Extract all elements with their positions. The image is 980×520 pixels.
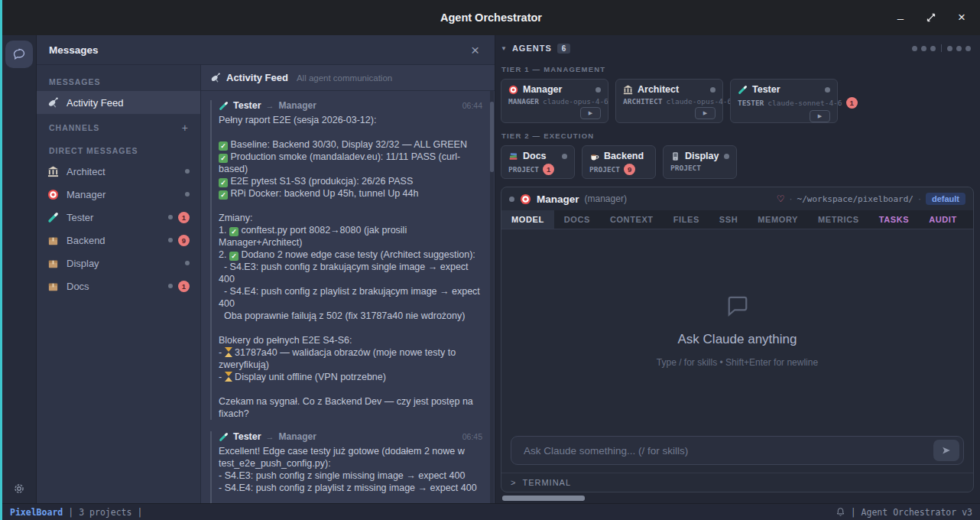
- run-agent-button[interactable]: ▶: [695, 107, 716, 119]
- agent-card-name: Backend: [604, 151, 644, 161]
- satellite-icon: [47, 97, 59, 109]
- close-button[interactable]: ×: [951, 8, 972, 28]
- prompt-input-box: [511, 436, 964, 465]
- sidebar-item-docs[interactable]: Docs1: [37, 275, 200, 297]
- agents-header[interactable]: ▼ AGENTS 6: [501, 40, 974, 57]
- dm-section-label: DIRECT MESSAGES: [37, 138, 200, 160]
- channels-section-label: CHANNELS +: [37, 114, 200, 138]
- sidebar-item-manager[interactable]: Manager: [37, 183, 200, 206]
- sidebar-item-label: Display: [67, 258, 99, 269]
- feed-subtitle: All agent communication: [297, 73, 392, 83]
- arrow-icon: →: [266, 101, 274, 110]
- activity-feed: Activity Feed All agent communication Te…: [201, 65, 495, 503]
- messages-panel-header: Messages ×: [37, 35, 495, 65]
- presence-dot: [168, 238, 173, 242]
- sidebar-item-label: Docs: [67, 281, 89, 292]
- unread-badge: 9: [178, 235, 190, 246]
- agent-card-model: claude-opus-4-6: [666, 97, 732, 106]
- activity-rail: [2, 35, 37, 503]
- message-body: Pełny raport E2E (sesja 2026-03-12): ✓ B…: [219, 114, 482, 420]
- sidebar-item-label: Tester: [67, 212, 93, 223]
- presence-dot: [185, 192, 190, 197]
- agent-card-display[interactable]: DisplayPROJECT: [663, 145, 737, 179]
- terminal-label: TERMINAL: [522, 478, 571, 487]
- agents-count-badge: 6: [557, 44, 571, 54]
- tab-memory[interactable]: MEMORY: [748, 210, 808, 229]
- agent-card-role: TESTER: [738, 99, 764, 107]
- sidebar-item-activity-feed[interactable]: Activity Feed: [37, 91, 200, 114]
- tab-ssh[interactable]: SSH: [709, 210, 748, 229]
- tab-tasks[interactable]: TASKS: [869, 210, 919, 229]
- sidebar-item-backend[interactable]: Backend9: [37, 229, 200, 252]
- check-icon: ✓: [219, 178, 228, 187]
- settings-button[interactable]: [2, 482, 36, 496]
- status-app-name: PixelBoard: [10, 507, 63, 518]
- sidebar-item-display[interactable]: Display: [37, 252, 200, 275]
- agent-card-name: Tester: [752, 84, 780, 95]
- feed-title: Activity Feed: [226, 72, 288, 83]
- status-bar-right: | Agent Orchestrator v3: [836, 507, 972, 518]
- message-from: Tester: [233, 100, 261, 111]
- sidebar-item-tester[interactable]: Tester1: [37, 206, 200, 229]
- presence-dot: [710, 87, 716, 93]
- tab-metrics[interactable]: METRICS: [808, 210, 869, 229]
- tab-docs[interactable]: DOCS: [554, 210, 600, 229]
- heart-icon[interactable]: ♡: [777, 193, 785, 204]
- tab-model[interactable]: MODEL: [501, 210, 554, 229]
- speech-bubble-icon: [724, 292, 751, 320]
- package-icon: [47, 258, 59, 269]
- add-channel-button[interactable]: +: [182, 122, 188, 134]
- app-window: Agent Orchestrator – × Messages × M: [0, 0, 980, 520]
- tab-context[interactable]: CONTEXT: [600, 210, 664, 229]
- presence-dot: [724, 154, 729, 159]
- channels-label-text: CHANNELS: [49, 123, 99, 132]
- env-badge[interactable]: default: [926, 193, 965, 205]
- presence-dot: [185, 169, 190, 174]
- agent-card-model: claude-opus-4-6: [543, 97, 608, 106]
- agent-card-name: Display: [685, 151, 719, 161]
- agent-card-docs[interactable]: DocsPROJECT1: [501, 145, 575, 179]
- maximize-button[interactable]: [920, 8, 942, 28]
- agent-card-manager[interactable]: ManagerMANAGERclaude-opus-4-6▶: [501, 79, 608, 123]
- run-agent-button[interactable]: ▶: [810, 110, 830, 122]
- testtube-icon: [219, 101, 229, 111]
- presence-dot: [509, 197, 514, 202]
- feed-scrollbar-thumb[interactable]: [490, 102, 494, 172]
- agent-card-role: PROJECT: [670, 164, 701, 172]
- bell-icon[interactable]: [836, 507, 845, 517]
- close-messages-icon[interactable]: ×: [468, 43, 482, 57]
- check-icon: ✓: [219, 141, 228, 151]
- unread-badge: 1: [543, 164, 554, 175]
- dot-separator: ·: [918, 193, 921, 204]
- agent-card-name: Manager: [523, 84, 562, 95]
- messages-panel-title: Messages: [49, 44, 99, 56]
- agent-card-backend[interactable]: BackendPROJECT9: [582, 145, 656, 179]
- sidebar-item-label: Architect: [67, 166, 105, 177]
- sidebar-item-label: Backend: [67, 235, 105, 246]
- presence-dot: [168, 284, 173, 288]
- prompt-input[interactable]: [522, 444, 927, 457]
- message-header: Tester→Manager06:45: [219, 431, 482, 442]
- tab-audit[interactable]: AUDIT: [919, 210, 967, 229]
- message-to: Manager: [279, 100, 316, 111]
- agent-card-tester[interactable]: TesterTESTERclaude-sonnet-4-61▶: [730, 79, 838, 123]
- presence-dot: [825, 87, 830, 93]
- satellite-icon: [210, 73, 221, 83]
- messages-panel-body: MESSAGES Activity Feed CHANNELS + DIRECT…: [37, 65, 495, 503]
- horizontal-scrollbar-thumb[interactable]: [502, 496, 585, 501]
- testtube-icon: [738, 85, 748, 95]
- send-button[interactable]: [933, 440, 959, 461]
- check-icon: ✓: [219, 154, 228, 163]
- run-agent-button[interactable]: ▶: [580, 107, 601, 119]
- tab-files[interactable]: FILES: [664, 210, 709, 229]
- horizontal-scrollbar[interactable]: [501, 496, 974, 501]
- minimize-button[interactable]: –: [890, 8, 911, 28]
- feed-scrollbar[interactable]: [490, 91, 494, 503]
- prompt-input-row: [501, 430, 973, 473]
- unread-badge: 1: [178, 281, 190, 292]
- rail-messages-button[interactable]: [5, 41, 33, 68]
- collapse-arrow-icon[interactable]: ▼: [501, 45, 507, 52]
- sidebar-item-architect[interactable]: Architect: [37, 160, 200, 183]
- agent-card-architect[interactable]: ArchitectARCHITECTclaude-opus-4-6▶: [615, 79, 723, 123]
- terminal-toggle[interactable]: > TERMINAL: [501, 473, 973, 492]
